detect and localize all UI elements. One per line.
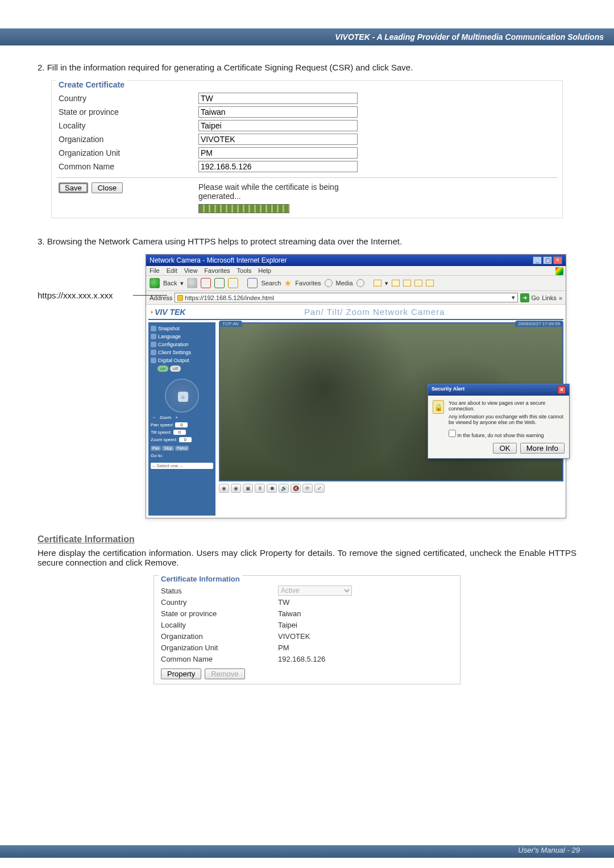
cam-btn-8[interactable]: ⟳ <box>302 484 313 493</box>
maximize-icon[interactable]: ▢ <box>543 256 552 264</box>
state-label: State or province <box>56 107 198 117</box>
alert-close-icon[interactable]: × <box>558 386 566 394</box>
ptz-nav[interactable]: ⌂ <box>165 379 199 413</box>
cam-btn-4[interactable]: ⏸ <box>255 484 265 493</box>
doc-header-band: VIVOTEK - A Leading Provider of Multimed… <box>0 28 614 45</box>
refresh-icon[interactable] <box>214 278 225 288</box>
doc-header-title: VIVOTEK - A Leading Provider of Multimed… <box>335 32 604 41</box>
ci-status-label: Status <box>159 587 278 595</box>
menu-favorites[interactable]: Favorites <box>204 267 230 274</box>
forward-icon[interactable] <box>187 278 197 288</box>
step2-text: 2. Fill in the information required for … <box>38 63 576 72</box>
search-icon[interactable] <box>247 278 258 288</box>
snapshot-label: Snapshot <box>158 326 180 331</box>
cam-btn-6[interactable]: 🔊 <box>279 484 289 493</box>
alert-checkbox[interactable]: In the future, do not show this warning <box>449 433 544 438</box>
stop-button[interactable]: Stop <box>162 446 173 451</box>
tilt-speed-label: Tilt speed: <box>151 430 172 435</box>
cam-btn-9[interactable]: ⤢ <box>314 484 325 493</box>
ci-country-val: TW <box>278 598 289 607</box>
do-on-button[interactable]: on <box>157 366 168 372</box>
edit-icon[interactable] <box>403 280 411 286</box>
search-label: Search <box>261 280 281 286</box>
print-icon[interactable] <box>392 280 400 286</box>
save-button[interactable]: Save <box>59 182 88 193</box>
do-off-button[interactable]: off <box>170 366 181 372</box>
pan-button[interactable]: Pan <box>151 446 161 451</box>
property-button[interactable]: Property <box>161 668 201 679</box>
media-label: Media <box>336 280 353 286</box>
camera-sidebar: Snapshot Language Configuration Client S… <box>148 322 215 516</box>
stop-icon[interactable] <box>201 278 211 288</box>
remove-button[interactable]: Remove <box>205 668 244 679</box>
ci-cn-val: 192.168.5.126 <box>278 655 325 663</box>
cam-btn-1[interactable]: ◉ <box>219 484 229 493</box>
country-label: Country <box>56 94 198 103</box>
padlock-icon: 🔒 <box>433 400 444 414</box>
menu-edit[interactable]: Edit <box>167 267 177 274</box>
menu-tools[interactable]: Tools <box>237 267 252 274</box>
messenger-icon[interactable] <box>426 280 434 286</box>
history-icon[interactable] <box>356 279 364 287</box>
discuss-icon[interactable] <box>414 280 422 286</box>
globe-icon <box>151 334 156 339</box>
stream-tab[interactable]: TCP-AV <box>219 321 242 327</box>
alert-moreinfo-button[interactable]: More Info <box>520 443 565 454</box>
go-button[interactable]: ➜ <box>520 293 529 302</box>
lock-icon <box>177 295 183 301</box>
step3-text: 3. Browsing the Network Camera using HTT… <box>38 236 576 246</box>
ptz-home-icon[interactable]: ⌂ <box>178 392 188 402</box>
country-input[interactable] <box>198 93 358 104</box>
cert-info-heading: Certificate Information <box>38 534 576 545</box>
cam-btn-5[interactable]: ⏺ <box>267 484 277 493</box>
sidebar-item-digital-output: Digital Output <box>151 358 213 363</box>
mail-icon[interactable] <box>374 280 381 286</box>
cn-input[interactable] <box>198 161 358 172</box>
tilt-speed-select[interactable]: 0 <box>173 430 186 435</box>
ci-state-val: Taiwan <box>278 609 301 618</box>
home-icon[interactable] <box>228 278 238 288</box>
cam-btn-3[interactable]: ▣ <box>243 484 253 493</box>
pan-speed-select[interactable]: 0 <box>175 422 188 427</box>
menu-view[interactable]: View <box>184 267 198 274</box>
gen-msg-l1: Please wait while the certificate is bei… <box>198 182 339 192</box>
patrol-button[interactable]: Patrol <box>175 446 189 451</box>
address-url: https://192.168.5.126/index.html <box>185 294 274 301</box>
address-field[interactable]: https://192.168.5.126/index.html ▾ <box>175 293 517 302</box>
cam-btn-7[interactable]: 🔇 <box>291 484 301 493</box>
close-icon[interactable]: × <box>553 256 562 264</box>
close-button[interactable]: Close <box>92 182 123 193</box>
back-icon[interactable] <box>150 278 160 288</box>
locality-input[interactable] <box>198 120 358 131</box>
sidebar-item-client-settings[interactable]: Client Settings <box>151 350 213 355</box>
browser-title: Network Camera - Microsoft Internet Expl… <box>150 256 287 264</box>
ou-label: Organization Unit <box>56 148 198 157</box>
ie-flag-icon <box>555 267 563 275</box>
cn-label: Common Name <box>56 162 198 171</box>
alert-ok-button[interactable]: OK <box>493 443 516 454</box>
menu-file[interactable]: File <box>150 267 160 274</box>
org-input[interactable] <box>198 134 358 145</box>
menu-help[interactable]: Help <box>258 267 271 274</box>
favorites-icon[interactable]: ★ <box>284 279 292 288</box>
sidebar-item-configuration[interactable]: Configuration <box>151 342 213 347</box>
goto-select[interactable]: -- Select one -- <box>151 463 213 469</box>
sidebar-item-language[interactable]: Language <box>151 334 213 339</box>
zoom-speed-select[interactable]: 0 <box>179 437 192 442</box>
minimize-icon[interactable]: _ <box>533 256 542 264</box>
configuration-label: Configuration <box>158 342 189 347</box>
camera-timestamp: 2008/03/27 17:09:39 <box>515 321 563 327</box>
ci-state-label: State or province <box>159 609 278 618</box>
ou-input[interactable] <box>198 147 358 159</box>
cam-btn-2[interactable]: ◉ <box>231 484 241 493</box>
browser-window: Network Camera - Microsoft Internet Expl… <box>146 254 566 518</box>
create-cert-legend: Create Certificate <box>56 80 127 89</box>
back-label: Back <box>163 280 177 286</box>
media-icon[interactable] <box>325 279 333 287</box>
signal-icon <box>151 358 156 363</box>
gen-msg: Please wait while the certificate is bei… <box>198 182 339 201</box>
ci-country-label: Country <box>159 598 278 607</box>
state-input[interactable] <box>198 106 358 118</box>
ci-ou-label: Organization Unit <box>159 643 278 652</box>
sidebar-item-snapshot[interactable]: Snapshot <box>151 326 213 331</box>
